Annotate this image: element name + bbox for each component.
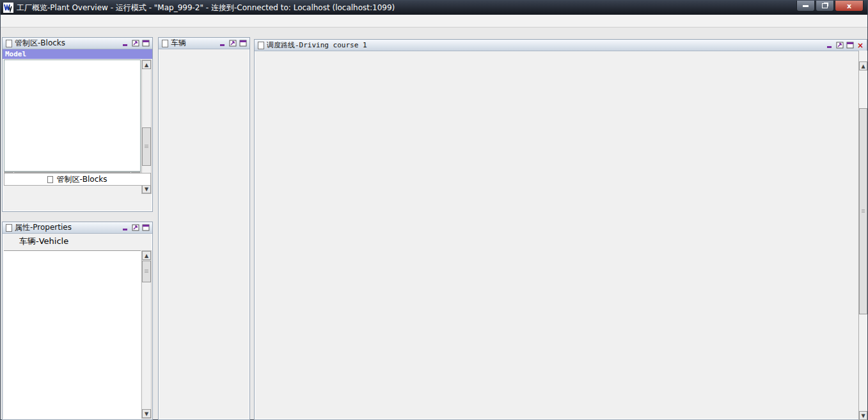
scroll-down-button[interactable]: ▼	[142, 409, 151, 418]
blocks-bottom-tab-label: 管制区-Blocks	[56, 174, 107, 185]
window-title: 工厂概览-Plant Overview - 运行模式 - "Map_999-2"…	[17, 3, 395, 13]
scroll-up-button[interactable]: ▲	[142, 60, 151, 69]
page-icon	[162, 40, 168, 47]
panel-float-icon[interactable]	[228, 40, 237, 47]
vehicles-panel-titlebar: 车辆	[159, 38, 249, 49]
panel-minimize-icon[interactable]	[121, 40, 130, 47]
properties-panel-titlebar: 属性-Properties	[3, 222, 152, 234]
window-close-button[interactable]: x	[835, 1, 864, 12]
application-window: 工厂概览-Plant Overview - 运行模式 - "Map_999-2"…	[0, 0, 868, 420]
scroll-up-button[interactable]: ▲	[142, 251, 151, 260]
blocks-bottom-tab[interactable]: 管制区-Blocks	[4, 173, 151, 186]
blocks-panel-title: 管制区-Blocks	[15, 38, 121, 49]
map-panel-title: 调度路线-Driving course 1	[267, 40, 825, 50]
panel-float-icon[interactable]	[131, 40, 140, 47]
blocks-panel-titlebar: 管制区-Blocks	[3, 38, 152, 49]
scroll-thumb[interactable]	[859, 108, 867, 314]
scroll-thumb[interactable]	[142, 127, 151, 166]
panel-minimize-icon[interactable]	[121, 224, 130, 232]
vehicles-panel-title: 车辆	[171, 38, 218, 49]
properties-panel: 属性-Properties 车辆-Vehicle ▲ ▼	[2, 222, 153, 420]
page-icon	[6, 40, 12, 47]
page-icon	[258, 42, 264, 49]
panel-maximize-icon[interactable]	[239, 40, 248, 47]
blocks-tree	[4, 60, 141, 172]
panel-maximize-icon[interactable]	[846, 42, 855, 49]
scroll-thumb[interactable]	[142, 261, 151, 282]
properties-table	[4, 250, 141, 419]
properties-vscrollbar[interactable]: ▲ ▼	[141, 250, 152, 419]
driving-course-canvas[interactable]	[255, 51, 858, 420]
scroll-up-button[interactable]: ▲	[859, 61, 867, 70]
page-icon	[6, 224, 12, 232]
vehicles-panel: 车辆	[158, 37, 250, 420]
window-titlebar: 工厂概览-Plant Overview - 运行模式 - "Map_999-2"…	[1, 1, 867, 15]
blocks-panel: 管制区-Blocks Model ▲ ▼ ◀ ▶ 管制区-Blocks	[2, 37, 153, 212]
properties-panel-title: 属性-Properties	[15, 222, 121, 233]
menu-bar	[1, 15, 867, 28]
scroll-down-button[interactable]: ▼	[859, 411, 867, 420]
panel-minimize-icon[interactable]	[825, 42, 834, 49]
window-restore-button[interactable]	[816, 1, 834, 12]
panel-float-icon[interactable]	[131, 224, 140, 232]
properties-subject: 车辆-Vehicle	[3, 234, 152, 249]
panel-close-icon[interactable]: ×	[856, 42, 865, 49]
panel-maximize-icon[interactable]	[141, 40, 150, 47]
panel-minimize-icon[interactable]	[218, 40, 227, 47]
model-header: Model	[3, 49, 152, 59]
window-minimize-button[interactable]	[796, 1, 815, 12]
map-vscrollbar[interactable]: ▲ ▼	[858, 51, 867, 420]
panel-maximize-icon[interactable]	[141, 224, 150, 232]
map-panel-titlebar: 调度路线-Driving course 1 ×	[255, 40, 867, 51]
app-icon	[3, 3, 13, 13]
panel-float-icon[interactable]	[835, 42, 844, 49]
page-icon	[47, 176, 53, 183]
